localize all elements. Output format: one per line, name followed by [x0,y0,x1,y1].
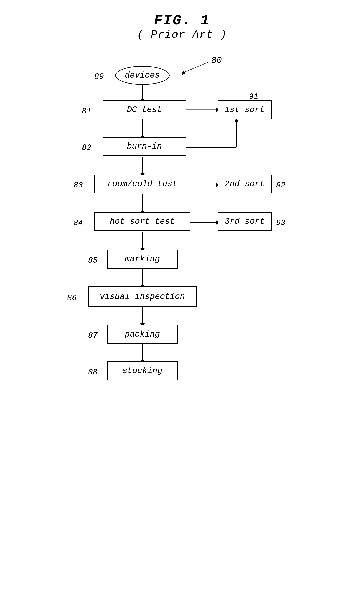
ref-87: 87 [88,331,98,340]
node-packing: packing [107,325,178,344]
fig-subtitle: ( Prior Art ) [137,29,227,41]
svg-marker-26 [182,71,186,75]
node-dc-test: DC test [103,101,186,119]
node-burn-in: burn-in [103,137,186,156]
label-80: 80 [211,55,222,66]
ref-91: 91 [249,92,259,101]
node-devices: devices [115,66,169,85]
ref-88: 88 [88,368,98,377]
svg-line-25 [184,62,209,72]
page: FIG. 1 ( Prior Art ) [0,0,364,594]
node-sort3: 3rd sort [218,212,272,231]
ref-92: 92 [276,181,286,190]
ref-84: 84 [74,218,83,227]
node-hot-sort: hot sort test [94,212,190,231]
node-sort1: 1st sort [218,101,272,119]
ref-82: 82 [82,143,91,152]
node-marking: marking [107,250,178,269]
node-visual: visual inspection [88,286,197,307]
ref-81: 81 [82,107,91,116]
ref-85: 85 [88,256,98,265]
node-sort2: 2nd sort [218,175,272,193]
fig-title: FIG. 1 [137,13,227,29]
title-block: FIG. 1 ( Prior Art ) [137,13,227,41]
node-stocking: stocking [107,361,178,380]
node-room-cold: room/cold test [94,175,190,193]
diagram: 80 devices 89 DC test 81 1st sort 91 bur… [67,45,297,567]
ref-83: 83 [74,181,83,190]
ref-86: 86 [67,294,77,303]
ref-89: 89 [94,72,104,81]
ref-93: 93 [276,218,286,227]
